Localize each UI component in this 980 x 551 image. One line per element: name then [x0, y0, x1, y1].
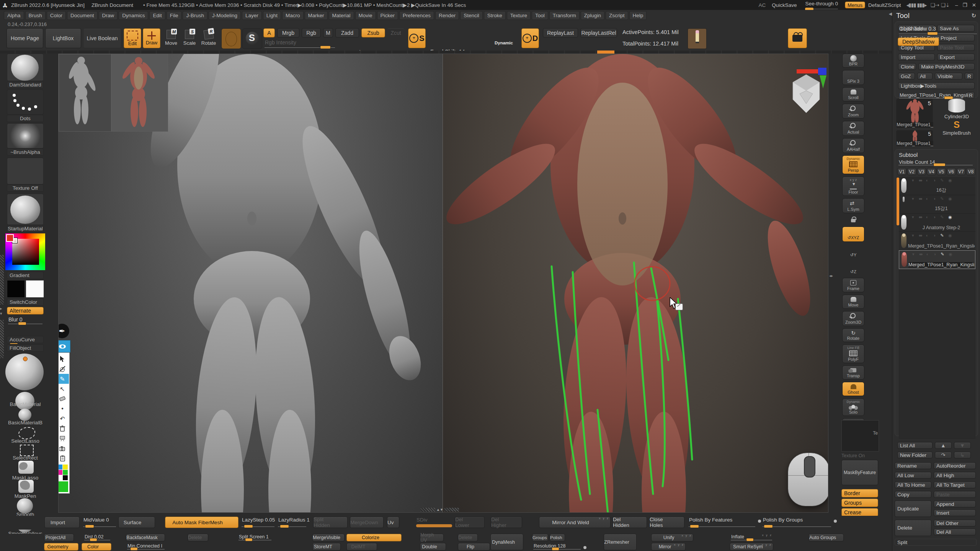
halftone-icon[interactable]: ◑ [933, 196, 936, 201]
bottom-control[interactable]: x y z Unify [651, 534, 693, 541]
texture-preview-panel[interactable]: Te [841, 420, 879, 452]
bottom-control[interactable]: Groups [532, 534, 548, 541]
stroke-thumb-dots[interactable] [7, 90, 44, 115]
pair-visibility-icon[interactable]: ●● [919, 233, 921, 238]
mask-pen-icon[interactable] [18, 480, 34, 493]
menu-item[interactable]: Light [263, 11, 281, 20]
zadd-button[interactable]: Zadd [335, 28, 359, 37]
navigator-thumb-right[interactable] [111, 54, 168, 132]
current-stroke-thumb[interactable]: S [242, 28, 262, 49]
move-up-button[interactable]: ▲ [935, 442, 952, 449]
gravity-direction-tile[interactable] [688, 28, 707, 49]
menu-item[interactable]: J-Modeling [209, 11, 241, 20]
list-all-button[interactable]: List All [897, 442, 933, 449]
bottom-control[interactable]: Surface [118, 517, 155, 528]
rgb-button[interactable]: Rgb [302, 28, 321, 37]
subtool-row[interactable]: ▾ ●● ◐ ◑ ✎ ◉ 15강1 [899, 195, 975, 214]
tray-tool-button[interactable]: Transp [842, 365, 864, 380]
bottom-control[interactable]: Double [420, 543, 446, 551]
insert-button[interactable]: Insert [934, 509, 976, 516]
split-section-button[interactable]: Split [895, 539, 977, 546]
view-tab[interactable]: V8 [966, 168, 975, 175]
bottom-control[interactable]: MidValue 0 [82, 517, 117, 528]
subtool-row[interactable]: ▾ ●● ◐ ◑ ✎ ◉ Merged_TPose1_Ryan_Kingslie [899, 250, 975, 269]
playback-icons[interactable]: ◂▮▮▮ ▮▮▮▸ [906, 2, 927, 8]
menu-item[interactable]: Picker [377, 11, 399, 20]
polypaint-icon[interactable]: ✎ [940, 196, 944, 201]
timer-off-icon[interactable]: ◷ [58, 364, 67, 374]
window-minimize-button[interactable]: – [955, 2, 958, 8]
menu-item[interactable]: Edit [149, 11, 165, 20]
mask-by-feature-button[interactable]: MaskByFeature [841, 460, 878, 485]
mask-lasso-icon[interactable] [18, 461, 34, 474]
replay-last-button[interactable]: ReplayLast [543, 28, 578, 37]
new-folder-button[interactable]: New Folder [897, 452, 933, 458]
clipboard-icon[interactable] [58, 453, 67, 463]
bottom-control[interactable]: LazyStep 0.05 [240, 517, 276, 528]
zsub-button[interactable]: Zsub [361, 28, 385, 37]
export-button[interactable]: Export [937, 54, 975, 60]
gradient-label[interactable]: Gradient [7, 272, 44, 279]
bottom-control[interactable]: Delete [458, 534, 478, 541]
viewport-right[interactable] [443, 54, 828, 513]
fill-object-button[interactable]: FillObject [7, 344, 44, 352]
alpha-thumb-brushalpha[interactable] [7, 123, 44, 148]
view-tab[interactable]: V4 [927, 168, 936, 175]
subtool-row[interactable]: ▾ ●● ◐ ◑ ✎ ◉ Merged_TPose1_Ryan_Kingslie… [899, 232, 975, 250]
zcut-button[interactable]: Zcut [387, 28, 404, 37]
simplebrush-item[interactable]: S SimpleBrush [938, 119, 976, 136]
deep-shadow-button[interactable]: DeepShadow [898, 37, 939, 46]
bottom-control[interactable]: Import [44, 517, 80, 528]
visibility-icon[interactable]: ◉ [948, 178, 952, 183]
move-down-button[interactable]: ▼ [954, 442, 971, 449]
tray-tool-button[interactable]: x y z Floor [842, 176, 864, 196]
see-through-slider[interactable]: See-through 0 [805, 1, 838, 9]
accucurve-button[interactable]: AccuCurve [7, 336, 44, 343]
cursor-tool-icon[interactable] [58, 354, 67, 364]
all-to-home-button[interactable]: All To Home [895, 481, 931, 488]
view-tab[interactable]: V3 [917, 168, 926, 175]
bottom-control[interactable]: Polish [550, 534, 565, 541]
menu-item[interactable]: Brush [25, 11, 46, 20]
tray-tool-button[interactable]: ↺XYZ [842, 227, 864, 242]
del-all-button[interactable]: Del All [934, 528, 976, 535]
home-page-button[interactable]: Home Page [7, 28, 43, 48]
scale-button[interactable]: S Scale [181, 30, 198, 46]
dynamic-label[interactable]: Dynamic [495, 41, 513, 45]
restore-config-icon[interactable]: ↻ [971, 12, 976, 19]
blur-slider[interactable]: Blur 0 [7, 316, 44, 325]
groups-button[interactable]: Groups [841, 499, 878, 507]
bottom-control[interactable]: DelMT [346, 543, 377, 551]
menu-item[interactable]: File [167, 11, 182, 20]
tray-tool-button[interactable]: Zoom [842, 104, 864, 119]
bottom-control[interactable]: Auto Mask FiberMesh [165, 517, 238, 528]
texture-on-label[interactable]: Texture On [841, 453, 865, 458]
bottom-control[interactable]: Close Holes [649, 517, 684, 528]
crease-button[interactable]: Crease [841, 508, 878, 517]
active-color-swatch[interactable] [58, 481, 68, 492]
append-button[interactable]: Append [934, 500, 976, 507]
visibility-icon[interactable]: ◉ [948, 233, 952, 238]
current-alpha-thumb[interactable] [221, 28, 241, 49]
menu-item[interactable]: Stencil [460, 11, 483, 20]
menu-item[interactable]: Zscript [606, 11, 628, 20]
list-order-icon[interactable]: ▾ [912, 233, 914, 238]
view-tab[interactable]: V7 [957, 168, 966, 175]
live-boolean-button[interactable]: Live Boolean [83, 28, 121, 48]
contrast-icon[interactable]: ◐ [926, 252, 929, 257]
menu-item[interactable]: Preferences [399, 11, 434, 20]
menu-item[interactable]: Tool [532, 11, 548, 20]
mrgb-button[interactable]: Mrgb [277, 28, 299, 37]
material-preview-sphere[interactable] [5, 353, 44, 391]
goz-visible-button[interactable]: Visible [935, 73, 962, 80]
subtool-row[interactable]: ▾ ●● ◐ ◑ ✎ ◉ 16강 [899, 177, 975, 195]
trash-icon[interactable] [58, 424, 67, 434]
color-picker[interactable] [5, 233, 45, 270]
bottom-control[interactable]: Auto Groups [808, 534, 844, 541]
duplicate-button[interactable]: Duplicate [895, 500, 931, 517]
tray-divider[interactable] [0, 255, 4, 305]
bottom-control[interactable]: DynaMesh [490, 534, 523, 550]
goz-r-button[interactable]: R [965, 73, 974, 80]
texture-thumb-off[interactable] [7, 158, 44, 184]
stroke-size-button[interactable]: + S [408, 28, 426, 48]
